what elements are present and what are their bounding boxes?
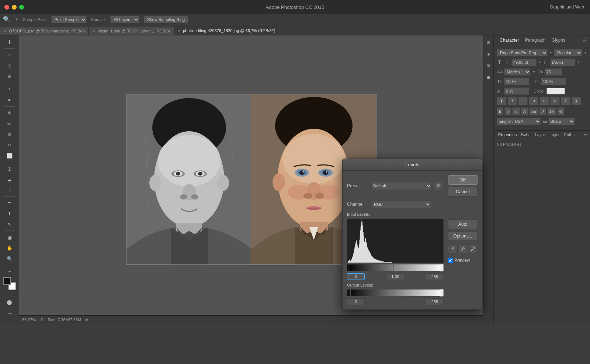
tab-layer-2[interactable]: Layer xyxy=(547,131,562,139)
tracking-input[interactable] xyxy=(545,68,562,76)
eraser-tool[interactable]: ⬜ xyxy=(4,150,15,161)
lasso-tool[interactable]: ⟠ xyxy=(4,60,15,71)
tab-2[interactable]: ✕ vizual_1.psd @ 33,3% (Layer 1, RGB/8) xyxy=(89,26,174,35)
path-select-tool[interactable]: ↖ xyxy=(4,219,15,229)
color-swatch[interactable] xyxy=(546,88,565,94)
minimize-button[interactable] xyxy=(12,5,17,10)
hand-tool[interactable]: ✋ xyxy=(4,243,15,253)
quick-mask-tool[interactable]: ⬤ xyxy=(4,297,15,307)
input-mid-value[interactable] xyxy=(386,273,404,280)
ordinal-button[interactable]: 1st xyxy=(547,107,556,115)
aa-method-select[interactable]: Sharp xyxy=(548,118,575,125)
tab-paragraph[interactable]: Paragraph xyxy=(522,35,549,46)
tab-close-icon[interactable]: ✕ xyxy=(4,29,7,33)
output-max-value[interactable] xyxy=(426,298,444,305)
crop-tool[interactable]: ⌖ xyxy=(4,84,15,94)
preset-select[interactable]: Default xyxy=(371,182,432,190)
language-select[interactable]: English: USA xyxy=(497,118,541,125)
panel-icon-2[interactable]: ◈ xyxy=(483,49,494,59)
dodge-tool[interactable]: ☽ xyxy=(4,185,15,195)
channel-select[interactable]: RGB xyxy=(372,200,431,208)
rect-shape-tool[interactable]: ▣ xyxy=(4,232,15,242)
panel-icon-1[interactable]: ⊞ xyxy=(483,37,494,47)
tab-3[interactable]: ✕ photo-editing-429676_1920.jpg @ 66,7% … xyxy=(174,26,279,35)
ok-button[interactable]: OK xyxy=(448,175,478,185)
font-style-select[interactable]: Regular xyxy=(554,49,582,56)
cancel-button[interactable]: Cancel xyxy=(448,187,478,197)
options-button[interactable]: Options... xyxy=(448,231,478,241)
superscript-button[interactable]: T+ xyxy=(539,97,549,105)
show-sampling-ring-button[interactable]: Show Sampling Ring xyxy=(144,16,188,23)
levels-gear-icon[interactable]: ⚙ xyxy=(434,182,442,190)
output-white-handle[interactable] xyxy=(440,289,444,297)
maximize-button[interactable] xyxy=(19,5,24,10)
underline-button[interactable]: T xyxy=(561,97,570,105)
input-mid-handle[interactable] xyxy=(393,264,397,271)
ligature-fi-button[interactable]: fi xyxy=(497,107,503,115)
white-eyedropper-button[interactable] xyxy=(469,245,478,253)
input-max-value[interactable] xyxy=(426,273,444,280)
tab-close-icon[interactable]: ✕ xyxy=(178,29,181,33)
screen-mode-tool[interactable]: ▭ xyxy=(4,309,15,319)
marquee-tool[interactable]: ▭ xyxy=(4,50,15,60)
ligature-st-button[interactable]: st xyxy=(512,107,520,115)
gradient-tool[interactable]: ◫ xyxy=(4,163,15,174)
font-size-input[interactable] xyxy=(511,59,537,66)
zoom-tool[interactable]: 🔍 xyxy=(4,253,15,264)
leading-input[interactable] xyxy=(550,59,575,66)
input-black-handle[interactable] xyxy=(347,264,350,271)
kerning-select[interactable]: Metrics xyxy=(504,68,531,76)
history-brush-tool[interactable]: ↩ xyxy=(4,140,15,150)
close-button[interactable] xyxy=(4,5,9,10)
auto-button[interactable]: Auto xyxy=(448,219,478,229)
black-eyedropper-button[interactable] xyxy=(448,245,457,253)
move-tool[interactable]: ✛ xyxy=(4,37,15,47)
tab-character[interactable]: Character xyxy=(497,35,522,46)
input-min-value[interactable] xyxy=(347,273,365,280)
pen-tool[interactable]: ✒ xyxy=(4,198,15,208)
sample-size-select[interactable]: Point Sample xyxy=(51,16,87,23)
tab-layer-1[interactable]: Layer xyxy=(533,131,548,139)
preview-checkbox[interactable] xyxy=(448,258,453,263)
panel-icon-4[interactable]: ⬟ xyxy=(483,72,494,83)
clone-tool[interactable]: ⊗ xyxy=(4,129,15,139)
histogram xyxy=(347,219,444,263)
vertical-scale-input[interactable] xyxy=(541,78,566,85)
foreground-color-swatch[interactable] xyxy=(3,277,11,285)
gray-eyedropper-button[interactable] xyxy=(458,245,467,253)
properties-panel-menu-icon[interactable]: ☰ xyxy=(584,132,588,137)
panel-icon-3[interactable]: ⊞ xyxy=(483,60,494,71)
swash-button[interactable]: A xyxy=(521,107,528,115)
eyedropper-tool[interactable]: ✒ xyxy=(4,95,15,105)
extra-tools[interactable]: ··· xyxy=(4,266,15,277)
strikethrough-button[interactable]: T xyxy=(572,97,581,105)
tab-paths[interactable]: Paths xyxy=(562,131,577,139)
panel-menu-icon[interactable]: ☰ xyxy=(582,38,587,44)
small-caps-button[interactable]: Tt xyxy=(529,97,538,105)
baseline-input[interactable] xyxy=(504,87,529,95)
ligature-ct-button[interactable]: σ xyxy=(504,107,511,115)
subscript-button[interactable]: T- xyxy=(550,97,560,105)
caps-button[interactable]: TT xyxy=(518,97,528,105)
input-white-handle[interactable] xyxy=(440,264,444,271)
fraction-button[interactable]: ½ xyxy=(557,107,565,115)
type-tool[interactable]: T xyxy=(4,208,15,219)
spot-healing-tool[interactable]: ⊕ xyxy=(4,108,15,118)
italic-button[interactable]: T xyxy=(507,97,517,105)
tab-properties[interactable]: Properties xyxy=(496,131,519,139)
tab-1[interactable]: ✕ O7DBF91.psd @ 50% (magazine, RGB/8) xyxy=(0,26,89,35)
tab-glyphs[interactable]: Glyphs xyxy=(549,35,568,46)
brush-tool[interactable]: ✏ xyxy=(4,118,15,129)
bold-button[interactable]: T xyxy=(497,97,506,105)
tab-close-icon[interactable]: ✕ xyxy=(93,29,96,33)
blur-tool[interactable]: ⬓ xyxy=(4,174,15,184)
quick-select-tool[interactable]: ⚙ xyxy=(4,71,15,82)
oldstyle-button[interactable]: aā xyxy=(529,107,538,115)
output-min-value[interactable] xyxy=(347,298,365,305)
horizontal-scale-input[interactable] xyxy=(504,78,529,85)
tab-biblio[interactable]: Библ xyxy=(519,131,533,139)
stylistic-button[interactable]: J xyxy=(539,107,546,115)
font-family-select[interactable]: Ropa Sans Pro Reg... xyxy=(497,49,548,56)
output-black-handle[interactable] xyxy=(347,289,351,297)
sample-select[interactable]: All Layers xyxy=(110,16,139,23)
